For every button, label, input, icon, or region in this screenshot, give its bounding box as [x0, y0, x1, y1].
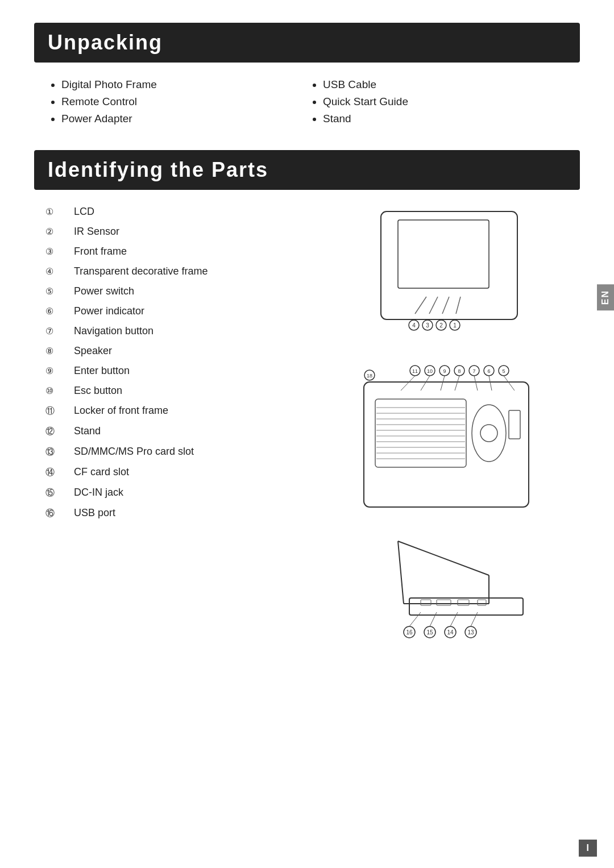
svg-text:14: 14 — [447, 629, 454, 636]
list-item: ③ Front frame — [45, 246, 307, 258]
list-item: ⑦ Navigation button — [45, 325, 307, 337]
list-item: ⑬ SD/MMC/MS Pro card slot — [45, 446, 307, 458]
svg-rect-1 — [398, 220, 489, 288]
unpacking-title: Unpacking — [48, 31, 566, 55]
list-item: ⑯ USB port — [45, 507, 307, 520]
svg-text:11: 11 — [412, 368, 418, 374]
list-item: ④ Transparent decorative frame — [45, 265, 307, 277]
list-item: ② IR Sensor — [45, 226, 307, 238]
parts-list: ① LCD ② IR Sensor ③ Front frame ④ Transp… — [34, 206, 307, 643]
list-item: ⑮ DC-IN jack — [45, 487, 307, 499]
svg-text:10: 10 — [427, 368, 433, 374]
svg-text:7: 7 — [472, 368, 475, 374]
identifying-title: Identifying the Parts — [48, 158, 566, 182]
svg-point-27 — [480, 425, 497, 442]
svg-rect-0 — [381, 211, 517, 319]
unpacking-item: Quick Start Guide — [323, 95, 569, 108]
svg-text:9: 9 — [443, 368, 446, 374]
svg-rect-59 — [458, 600, 469, 605]
svg-line-46 — [421, 376, 430, 391]
svg-rect-60 — [478, 600, 486, 605]
list-item: ⑫ Stand — [45, 425, 307, 438]
list-item: ⑩ Esc button — [45, 385, 307, 397]
svg-text:18: 18 — [367, 373, 372, 379]
list-item: ⑧ Speaker — [45, 345, 307, 357]
svg-line-69 — [409, 612, 421, 626]
unpacking-col2: USB Cable Quick Start Guide Stand — [307, 78, 569, 130]
unpacking-item: Digital Photo Frame — [61, 78, 307, 91]
svg-rect-58 — [437, 600, 451, 605]
svg-text:5: 5 — [502, 368, 505, 374]
language-tab: EN — [597, 284, 614, 310]
svg-line-49 — [474, 376, 478, 391]
svg-line-51 — [504, 376, 515, 391]
svg-line-5 — [456, 297, 460, 314]
list-item: ⑪ Locker of front frame — [45, 405, 307, 417]
unpacking-lists: Digital Photo Frame Remote Control Power… — [34, 78, 580, 130]
list-item: ⑨ Enter button — [45, 365, 307, 377]
svg-text:3: 3 — [426, 322, 429, 329]
svg-line-50 — [489, 376, 492, 391]
list-item: ⑭ CF card slot — [45, 466, 307, 479]
svg-line-45 — [401, 376, 415, 391]
svg-text:1: 1 — [453, 322, 457, 329]
svg-text:6: 6 — [487, 368, 490, 374]
unpacking-col1: Digital Photo Frame Remote Control Power… — [45, 78, 307, 130]
front-diagram: 4 3 2 1 — [364, 206, 534, 348]
list-item: ⑥ Power indicator — [45, 305, 307, 317]
svg-line-48 — [455, 376, 459, 391]
identifying-header: Identifying the Parts — [34, 150, 580, 190]
unpacking-item: Stand — [323, 113, 569, 125]
svg-line-70 — [430, 612, 437, 626]
svg-text:8: 8 — [458, 368, 460, 374]
diagrams-area: 4 3 2 1 — [318, 206, 580, 643]
svg-rect-28 — [509, 410, 520, 439]
svg-text:2: 2 — [439, 322, 443, 329]
svg-line-52 — [398, 541, 489, 575]
svg-rect-15 — [375, 399, 466, 467]
svg-text:16: 16 — [406, 629, 413, 636]
svg-point-26 — [472, 405, 506, 462]
bottom-diagram: 16 15 14 13 — [364, 530, 534, 643]
svg-text:13: 13 — [467, 629, 474, 636]
page-number: I — [579, 840, 597, 857]
list-item: ⑤ Power switch — [45, 285, 307, 297]
svg-line-72 — [471, 612, 478, 626]
unpacking-item: USB Cable — [323, 78, 569, 91]
svg-line-2 — [415, 297, 426, 314]
svg-line-3 — [429, 297, 438, 314]
back-diagram: 18 11 10 9 8 — [352, 365, 546, 513]
unpacking-item: Remote Control — [61, 95, 307, 108]
svg-text:4: 4 — [412, 322, 416, 329]
svg-rect-57 — [421, 600, 431, 605]
svg-text:15: 15 — [426, 629, 433, 636]
svg-line-4 — [442, 297, 449, 314]
list-item: ① LCD — [45, 206, 307, 218]
svg-line-53 — [398, 541, 404, 604]
identifying-section: Identifying the Parts ① LCD ② IR Sensor … — [34, 150, 580, 643]
svg-rect-14 — [364, 382, 529, 507]
svg-rect-56 — [409, 598, 523, 615]
parts-content: ① LCD ② IR Sensor ③ Front frame ④ Transp… — [34, 206, 580, 643]
svg-line-47 — [441, 376, 445, 391]
unpacking-item: Power Adapter — [61, 113, 307, 125]
unpacking-header: Unpacking — [34, 23, 580, 63]
svg-line-71 — [450, 612, 458, 626]
